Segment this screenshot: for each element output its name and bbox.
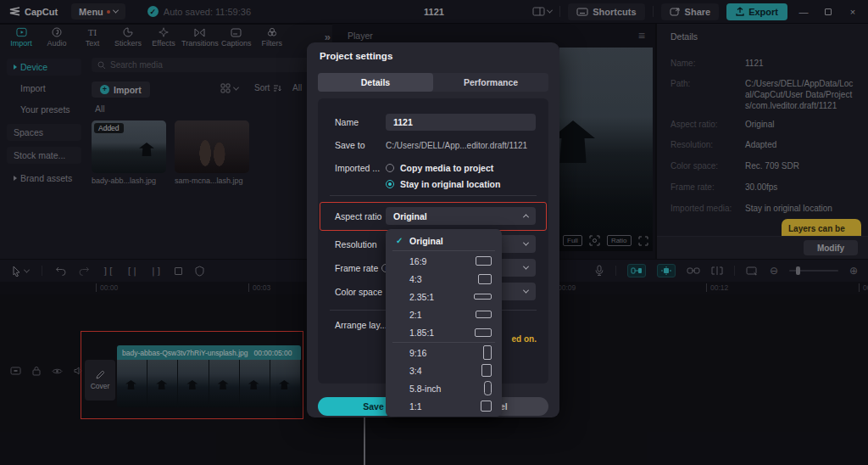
option-label: 2.35:1 <box>409 292 434 302</box>
radio-stay-label: Stay in original location <box>400 179 500 189</box>
tab-details[interactable]: Details <box>318 73 433 92</box>
divider <box>392 250 495 251</box>
aspect-option-1-1[interactable]: 1:1 <box>386 397 502 415</box>
radio-copy-media[interactable]: Copy media to project <box>386 163 493 173</box>
divider <box>330 195 537 196</box>
aspect-option-2-35-1[interactable]: 2.35:1 <box>386 288 502 305</box>
divider <box>392 342 495 343</box>
tab-performance[interactable]: Performance <box>433 73 548 92</box>
arrange-layers-label: Arrange lay... <box>335 320 387 330</box>
ratio-5-8-inch-icon <box>484 381 492 395</box>
aspect-option-1-85-1[interactable]: 1.85:1 <box>386 323 502 341</box>
name-label: Name <box>335 117 359 127</box>
option-label: 9:16 <box>409 348 426 358</box>
aspect-option-5-8-inch[interactable]: 5.8-inch <box>386 379 502 397</box>
aspect-option-2-1[interactable]: 2:1 <box>386 305 502 323</box>
color-space-label: Color space <box>335 287 382 297</box>
free-layer-warning: ed on. <box>512 334 537 344</box>
chevron-up-icon <box>523 214 529 220</box>
ratio-1-1-icon <box>481 401 492 412</box>
option-label: 16:9 <box>409 256 426 266</box>
frame-rate-text: Frame rate <box>335 263 378 273</box>
dialog-title: Project settings <box>320 51 392 61</box>
radio-stay-original[interactable]: Stay in original location <box>386 179 500 189</box>
aspect-option-3-4[interactable]: 3:4 <box>386 361 502 379</box>
imported-label: Imported ... <box>335 163 380 173</box>
ratio-2-35-1-icon <box>474 294 492 300</box>
chevron-down-icon <box>523 264 529 270</box>
ratio-9-16-icon <box>483 345 492 360</box>
check-icon: ✓ <box>396 236 409 245</box>
ratio-3-4-icon <box>481 364 492 377</box>
aspect-option-original[interactable]: ✓ Original <box>386 232 502 249</box>
aspect-option-4-3[interactable]: 4:3 <box>386 270 502 288</box>
radio-selected-icon <box>386 180 394 188</box>
aspect-ratio-label: Aspect ratio <box>335 211 381 221</box>
radio-unselected-icon <box>386 164 394 172</box>
aspect-ratio-dropdown: ✓ Original 16:9 4:3 2.35:1 2:1 1.85:1 9:… <box>386 229 502 417</box>
frame-rate-label: Frame rate i <box>335 263 390 273</box>
option-label: 1:1 <box>409 401 422 412</box>
option-label: 2:1 <box>409 310 422 320</box>
dialog-tabs: Details Performance <box>318 73 548 92</box>
option-label: 4:3 <box>409 274 422 284</box>
ratio-1-85-1-icon <box>475 328 492 337</box>
ratio-2-1-icon <box>476 311 492 318</box>
aspect-option-16-9[interactable]: 16:9 <box>386 252 502 270</box>
resolution-label: Resolution <box>335 239 377 249</box>
aspect-ratio-select[interactable]: Original <box>386 207 536 225</box>
option-label: Original <box>409 236 443 246</box>
ratio-16-9-icon <box>476 256 492 266</box>
save-to-value: C:/Users/DELL/App...editor.draft/1121 <box>386 141 527 150</box>
chevron-down-icon <box>523 240 529 246</box>
option-label: 1.85:1 <box>409 328 434 338</box>
option-label: 3:4 <box>409 366 422 376</box>
save-to-label: Save to <box>335 140 365 150</box>
project-name-input[interactable] <box>386 114 536 131</box>
ratio-4-3-icon <box>478 274 492 284</box>
option-label: 5.8-inch <box>409 384 441 394</box>
chevron-down-icon <box>523 288 529 294</box>
radio-copy-label: Copy media to project <box>400 163 493 173</box>
aspect-option-9-16[interactable]: 9:16 <box>386 344 502 361</box>
aspect-ratio-value: Original <box>393 211 427 221</box>
